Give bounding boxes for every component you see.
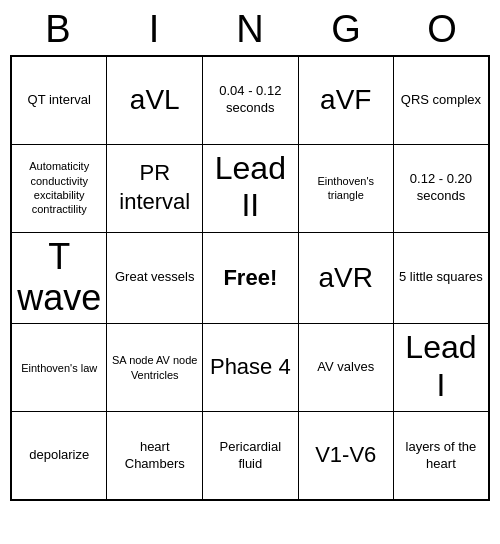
cell-r1-c0: Automaticity conductivity excitability c… xyxy=(11,144,107,232)
title-g: G xyxy=(302,8,390,51)
cell-r2-c0: Twave xyxy=(11,232,107,324)
cell-r1-c3: Einthoven's triangle xyxy=(298,144,393,232)
title-i: I xyxy=(110,8,198,51)
cell-r0-c4: QRS complex xyxy=(393,56,489,144)
cell-r2-c4: 5 little squares xyxy=(393,232,489,324)
cell-r0-c3: aVF xyxy=(298,56,393,144)
title-b: B xyxy=(14,8,102,51)
cell-r2-c2: Free! xyxy=(203,232,299,324)
cell-r4-c0: depolarize xyxy=(11,412,107,500)
cell-r3-c0: Einthoven's law xyxy=(11,324,107,412)
cell-r4-c4: layers of the heart xyxy=(393,412,489,500)
title-n: N xyxy=(206,8,294,51)
title-o: O xyxy=(398,8,486,51)
bingo-table: QT intervalaVL0.04 - 0.12 secondsaVFQRS … xyxy=(10,55,490,501)
cell-r0-c0: QT interval xyxy=(11,56,107,144)
cell-r0-c2: 0.04 - 0.12 seconds xyxy=(203,56,299,144)
cell-r1-c2: LeadII xyxy=(203,144,299,232)
cell-r2-c1: Great vessels xyxy=(107,232,203,324)
cell-r1-c4: 0.12 - 0.20 seconds xyxy=(393,144,489,232)
cell-r0-c1: aVL xyxy=(107,56,203,144)
bingo-title: B I N G O xyxy=(10,0,490,55)
cell-r3-c1: SA node AV node Ventricles xyxy=(107,324,203,412)
cell-r4-c3: V1-V6 xyxy=(298,412,393,500)
cell-r4-c1: heart Chambers xyxy=(107,412,203,500)
cell-r4-c2: Pericardial fluid xyxy=(203,412,299,500)
cell-r1-c1: PR interval xyxy=(107,144,203,232)
cell-r2-c3: aVR xyxy=(298,232,393,324)
cell-r3-c4: LeadI xyxy=(393,324,489,412)
cell-r3-c2: Phase 4 xyxy=(203,324,299,412)
cell-r3-c3: AV valves xyxy=(298,324,393,412)
